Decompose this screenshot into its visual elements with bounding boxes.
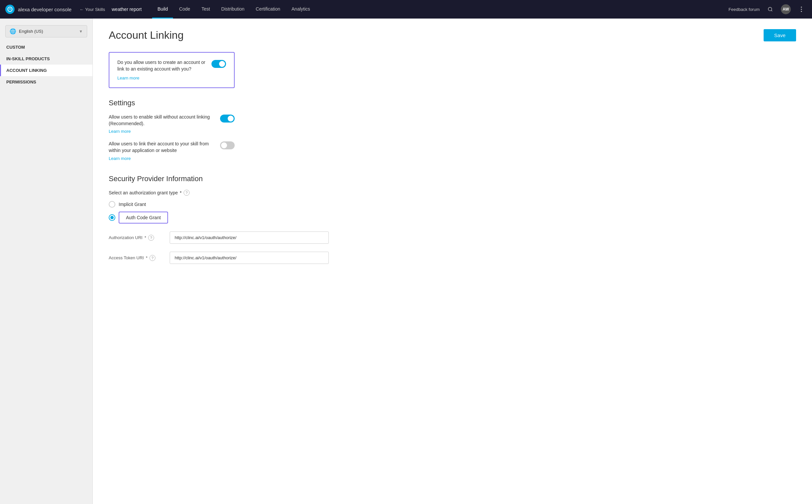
sidebar-item-permissions[interactable]: PERMISSIONS <box>0 76 92 88</box>
search-button[interactable] <box>765 4 776 15</box>
setting-1-learn-more[interactable]: Learn more <box>109 129 130 134</box>
toggle-knob <box>219 61 225 67</box>
globe-icon: 🌐 <box>10 28 16 34</box>
user-avatar[interactable]: AW <box>781 4 791 14</box>
app-name: alexa developer console <box>18 7 72 12</box>
auth-uri-help-icon[interactable]: ? <box>148 235 154 241</box>
sidebar: 🌐 English (US) ▼ CUSTOM IN-SKILL PRODUCT… <box>0 19 93 504</box>
more-options-button[interactable] <box>796 4 807 15</box>
back-label: Your Skills <box>85 7 105 12</box>
nav-test[interactable]: Test <box>196 0 216 19</box>
nav-links: Build Code Test Distribution Certificati… <box>152 0 729 19</box>
sidebar-item-custom[interactable]: CUSTOM <box>0 41 92 53</box>
auth-code-grant-radio <box>109 214 115 221</box>
auth-uri-input[interactable] <box>170 231 329 244</box>
toggle-track <box>212 60 226 68</box>
toggle-track-2 <box>220 141 235 149</box>
grant-required-star: * <box>180 190 181 195</box>
allow-account-linking-toggle[interactable] <box>212 60 226 68</box>
toggle-card-text: Do you allow users to create an account … <box>117 59 206 72</box>
setting-2-desc: Allow users to link their account to you… <box>109 141 215 154</box>
svg-point-3 <box>801 9 802 10</box>
chevron-down-icon: ▼ <box>79 29 83 34</box>
setting-2-learn-more[interactable]: Learn more <box>109 156 130 161</box>
nav-analytics[interactable]: Analytics <box>286 0 316 19</box>
settings-block: Settings Allow users to enable skill wit… <box>109 99 796 161</box>
auth-uri-row: Authorization URI * ? <box>109 231 796 244</box>
main-layout: 🌐 English (US) ▼ CUSTOM IN-SKILL PRODUCT… <box>0 19 812 504</box>
auth-uri-required: * <box>144 235 146 240</box>
svg-point-4 <box>801 11 802 12</box>
language-text: English (US) <box>19 29 76 34</box>
auth-code-grant-box: Auth Code Grant <box>119 212 168 224</box>
setting-row-1: Allow users to enable skill without acco… <box>109 114 796 134</box>
toggle-knob-1 <box>228 116 234 122</box>
grant-type-label: Select an authorization grant type * ? <box>109 190 796 196</box>
save-button[interactable]: Save <box>764 29 796 41</box>
back-to-skills[interactable]: ← Your Skills <box>79 7 105 12</box>
settings-title: Settings <box>109 99 796 107</box>
link-from-app-toggle[interactable] <box>220 141 235 149</box>
toggle-card-learn-more[interactable]: Learn more <box>117 76 139 80</box>
radio-inner-dot <box>110 216 114 219</box>
top-nav: alexa developer console ← Your Skills we… <box>0 0 812 19</box>
security-block: Security Provider Information Select an … <box>109 175 796 264</box>
implicit-grant-label: Implicit Grant <box>119 202 146 207</box>
sidebar-item-in-skill-products[interactable]: IN-SKILL PRODUCTS <box>0 53 92 65</box>
nav-code[interactable]: Code <box>174 0 195 19</box>
skill-without-linking-toggle[interactable] <box>220 115 235 123</box>
toggle-knob-2 <box>221 142 227 148</box>
toggle-row: Do you allow users to create an account … <box>117 59 226 72</box>
setting-row-2-inline: Allow users to link their account to you… <box>109 141 796 154</box>
setting-row-1-inline: Allow users to enable skill without acco… <box>109 114 796 127</box>
app-logo: alexa developer console <box>5 5 72 14</box>
security-title: Security Provider Information <box>109 175 796 183</box>
feedback-link[interactable]: Feedback forum <box>729 7 760 12</box>
svg-point-0 <box>8 7 12 12</box>
main-content: Account Linking Save Do you allow users … <box>93 19 812 504</box>
setting-row-2: Allow users to link their account to you… <box>109 141 796 161</box>
nav-right: Feedback forum AW <box>729 4 807 15</box>
account-linking-toggle-card: Do you allow users to create an account … <box>109 52 235 88</box>
access-token-uri-input[interactable] <box>170 252 329 264</box>
grant-help-icon[interactable]: ? <box>183 190 189 196</box>
nav-distribution[interactable]: Distribution <box>216 0 250 19</box>
auth-code-grant-option[interactable]: Auth Code Grant <box>109 212 796 224</box>
sidebar-item-account-linking[interactable]: ACCOUNT LINKING <box>0 65 92 76</box>
nav-build[interactable]: Build <box>152 0 173 19</box>
access-token-required: * <box>146 255 147 260</box>
auth-code-grant-label: Auth Code Grant <box>126 215 161 220</box>
skill-name: weather report <box>112 7 141 12</box>
logo-icon <box>5 5 15 14</box>
implicit-grant-radio <box>109 201 115 208</box>
nav-certification[interactable]: Certification <box>251 0 286 19</box>
page-title: Account Linking <box>109 29 183 41</box>
svg-point-1 <box>768 7 772 11</box>
language-selector[interactable]: 🌐 English (US) ▼ <box>5 25 87 37</box>
grant-type-radio-group: Implicit Grant Auth Code Grant <box>109 201 796 224</box>
page-header: Account Linking Save <box>109 29 796 41</box>
implicit-grant-option[interactable]: Implicit Grant <box>109 201 796 208</box>
setting-1-desc: Allow users to enable skill without acco… <box>109 114 215 127</box>
uri-section: Authorization URI * ? Access Token URI *… <box>109 231 796 264</box>
access-token-help-icon[interactable]: ? <box>149 255 155 261</box>
back-arrow-icon: ← <box>79 7 84 12</box>
access-token-uri-row: Access Token URI * ? <box>109 252 796 264</box>
toggle-track-1 <box>220 115 235 123</box>
access-token-uri-label: Access Token URI * ? <box>109 252 162 261</box>
svg-point-2 <box>801 7 802 8</box>
auth-uri-label: Authorization URI * ? <box>109 231 162 241</box>
